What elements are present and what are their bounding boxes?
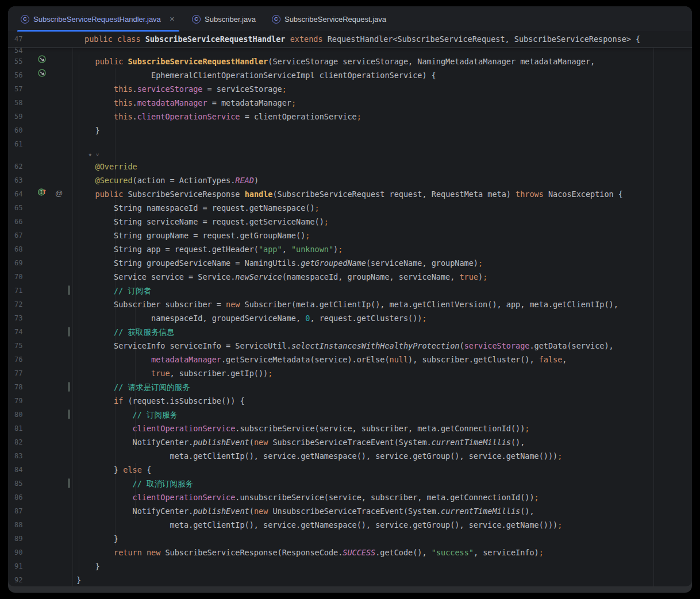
line-number[interactable]: 67 — [8, 229, 30, 242]
code-line-content[interactable]: String serviceName = request.getServiceN… — [76, 215, 692, 229]
code-line-content[interactable]: meta.getClientIp(), service.getNamespace… — [76, 449, 692, 463]
code-line-content[interactable]: @Secured(action = ActionTypes.READ) — [76, 173, 692, 187]
line-number[interactable]: 76 — [8, 353, 30, 366]
code-line[interactable]: 79 if (request.isSubscribe()) { — [8, 394, 692, 408]
code-line-content[interactable]: this.serviceStorage = serviceStorage; — [76, 82, 692, 96]
code-line[interactable]: 89 } — [8, 532, 692, 546]
code-line-content[interactable]: NotifyCenter.publishEvent(new Unsubscrib… — [76, 504, 692, 518]
tab-subscribe-service-request-handler[interactable]: C SubscribeServiceRequestHandler.java ✕ — [13, 6, 184, 32]
line-number[interactable]: 88 — [8, 518, 30, 532]
code-line-content[interactable]: this.metadataManager = metadataManager; — [76, 96, 692, 110]
code-line[interactable]: 83 meta.getClientIp(), service.getNamesp… — [8, 449, 692, 463]
line-number[interactable]: 87 — [8, 504, 30, 518]
code-line[interactable]: 72 Subscriber subscriber = new Subscribe… — [8, 297, 692, 311]
line-number[interactable]: 55 — [8, 55, 30, 68]
code-line[interactable]: 86 clientOperationService.unsubscribeSer… — [8, 490, 692, 504]
sticky-header-line[interactable]: 47 public class SubscribeServiceRequestH… — [8, 32, 692, 48]
code-line[interactable]: 71 // 订阅者 — [8, 284, 692, 297]
vcs-change-marker[interactable] — [68, 285, 70, 295]
line-number[interactable]: 62 — [8, 160, 30, 173]
code-line-content[interactable]: meta.getClientIp(), service.getNamespace… — [76, 518, 692, 532]
code-line-content[interactable]: // 取消订阅服务 — [76, 477, 692, 490]
code-line-content[interactable]: public class SubscribeServiceRequestHand… — [76, 32, 692, 47]
vcs-change-marker[interactable] — [68, 327, 70, 337]
line-number[interactable]: 65 — [8, 201, 30, 215]
code-line[interactable]: 88 meta.getClientIp(), service.getNamesp… — [8, 518, 692, 532]
line-number[interactable]: 85 — [8, 477, 30, 490]
code-line-content[interactable]: String namespaceId = request.getNamespac… — [76, 201, 692, 215]
code-line-content[interactable]: } — [76, 123, 692, 137]
line-number[interactable]: 80 — [8, 408, 30, 422]
line-number[interactable]: 54 — [8, 48, 30, 55]
code-line[interactable]: 65 String namespaceId = request.getNames… — [8, 201, 692, 215]
line-number[interactable]: 91 — [8, 559, 30, 573]
code-line[interactable]: 62 @Override — [8, 160, 692, 173]
code-line-content[interactable]: clientOperationService.unsubscribeServic… — [76, 490, 692, 504]
code-line-content[interactable]: // 订阅服务 — [76, 408, 692, 422]
code-line[interactable]: 60 } — [8, 123, 692, 137]
code-line-content[interactable]: // 获取服务信息 — [76, 325, 692, 339]
vcs-change-marker[interactable] — [68, 478, 70, 488]
line-number[interactable]: 84 — [8, 463, 30, 477]
line-number[interactable]: 77 — [8, 366, 30, 380]
code-line[interactable]: 59 this.clientOperationService = clientO… — [8, 110, 692, 123]
vcs-change-marker[interactable] — [68, 409, 70, 419]
code-line-content[interactable]: return new SubscribeServiceResponse(Resp… — [76, 546, 692, 559]
line-number[interactable]: 57 — [8, 82, 30, 96]
line-number[interactable]: 74 — [8, 325, 30, 339]
code-line[interactable]: 82 NotifyCenter.publishEvent(new Subscri… — [8, 435, 692, 449]
line-number[interactable]: 78 — [8, 380, 30, 394]
line-number[interactable]: 66 — [8, 215, 30, 229]
code-line[interactable]: 92} — [8, 573, 692, 586]
code-line-content[interactable]: public SubscribeServiceResponse handle(S… — [76, 187, 692, 201]
code-line[interactable]: 55 public SubscribeServiceRequestHandler… — [8, 55, 692, 68]
ai-inlay-hint-icon[interactable]: ✦ ˅ — [88, 151, 100, 160]
line-number[interactable]: 64 — [8, 187, 30, 201]
code-line[interactable]: 81 clientOperationService.subscribeServi… — [8, 422, 692, 435]
code-line[interactable]: 57 this.serviceStorage = serviceStorage; — [8, 82, 692, 96]
line-number[interactable]: 89 — [8, 532, 30, 546]
code-line-content[interactable]: NotifyCenter.publishEvent(new SubscribeS… — [76, 435, 692, 449]
code-line[interactable]: 66 String serviceName = request.getServi… — [8, 215, 692, 229]
code-line[interactable]: 56 EphemeralClientOperationServiceImpl c… — [8, 68, 692, 82]
code-line-content[interactable]: } else { — [76, 463, 692, 477]
code-line-content[interactable]: } — [76, 573, 692, 586]
code-line[interactable]: 73 namespaceId, groupedServiceName, 0, r… — [8, 311, 692, 325]
tab-subscribe-service-request[interactable]: C SubscribeServiceRequest.java — [264, 6, 394, 32]
code-line[interactable]: 69 String groupedServiceName = NamingUti… — [8, 256, 692, 270]
code-line-content[interactable]: if (request.isSubscribe()) { — [76, 394, 692, 408]
code-line[interactable]: 75 ServiceInfo serviceInfo = ServiceUtil… — [8, 339, 692, 353]
line-number[interactable]: 83 — [8, 449, 30, 463]
code-line-content[interactable]: this.clientOperationService = clientOper… — [76, 110, 692, 123]
line-number[interactable]: 60 — [8, 123, 30, 137]
line-number[interactable]: 86 — [8, 490, 30, 504]
code-line[interactable]: 76 metadataManager.getServiceMetadata(se… — [8, 353, 692, 366]
code-line-content[interactable]: String groupedServiceName = NamingUtils.… — [76, 256, 692, 270]
code-line-content[interactable]: Subscriber subscriber = new Subscriber(m… — [76, 297, 692, 311]
code-line-content[interactable]: EphemeralClientOperationServiceImpl clie… — [76, 68, 692, 82]
code-line[interactable]: 77 true, subscriber.getIp()); — [8, 366, 692, 380]
code-line-content[interactable]: @Override — [76, 160, 692, 173]
code-line[interactable]: 64I@ public SubscribeServiceResponse han… — [8, 187, 692, 201]
code-line[interactable]: 78 // 请求是订阅的服务 — [8, 380, 692, 394]
code-line-content[interactable]: String groupName = request.getGroupName(… — [76, 229, 692, 242]
code-line[interactable]: 67 String groupName = request.getGroupNa… — [8, 229, 692, 242]
code-line-content[interactable]: public SubscribeServiceRequestHandler(Se… — [76, 55, 692, 68]
line-number[interactable]: 73 — [8, 311, 30, 325]
usages-gutter-icon[interactable] — [37, 54, 47, 68]
line-number[interactable]: 69 — [8, 256, 30, 270]
code-line[interactable]: 68 String app = request.getHeader("app",… — [8, 242, 692, 256]
vcs-change-marker[interactable] — [68, 382, 70, 392]
code-line-content[interactable]: String app = request.getHeader("app", "u… — [76, 242, 692, 256]
line-number[interactable]: 61 — [8, 137, 30, 151]
code-line-content[interactable]: // 订阅者 — [76, 284, 692, 297]
code-line-content[interactable]: } — [76, 532, 692, 546]
line-number[interactable]: 70 — [8, 270, 30, 284]
code-editor[interactable]: 47 public class SubscribeServiceRequestH… — [8, 32, 692, 586]
annotation-gutter-icon[interactable]: @ — [55, 187, 63, 200]
line-number[interactable]: 63 — [8, 173, 30, 187]
line-number[interactable]: 90 — [8, 546, 30, 559]
line-number[interactable]: 71 — [8, 284, 30, 297]
tab-subscriber[interactable]: C Subscriber.java — [184, 6, 264, 32]
code-line-content[interactable]: ServiceInfo serviceInfo = ServiceUtil.se… — [76, 339, 692, 353]
